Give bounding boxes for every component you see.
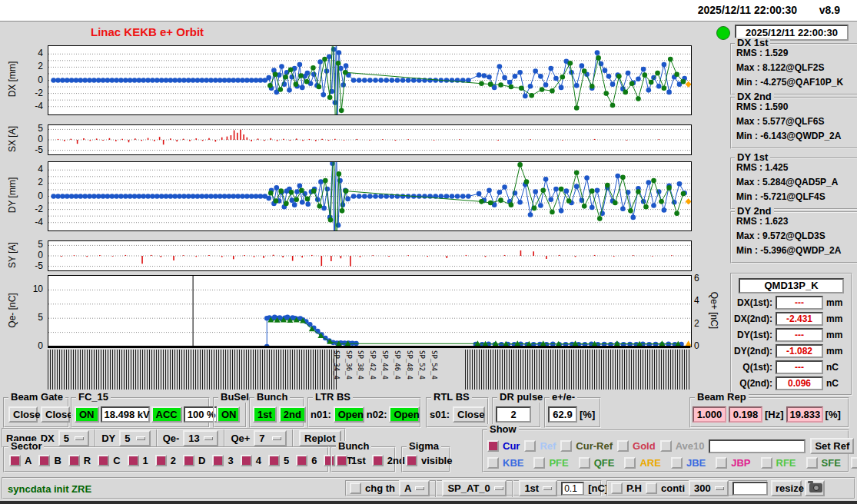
checkbox-icon[interactable] — [38, 455, 50, 466]
busel-on-button[interactable]: ON — [217, 406, 240, 423]
sector-checkbox-d[interactable]: D — [183, 455, 205, 466]
checkbox-icon[interactable] — [487, 440, 499, 452]
max-value: 5.577@QLF6S — [762, 116, 824, 127]
checkbox-icon[interactable] — [646, 482, 657, 494]
threshold-input[interactable] — [561, 482, 584, 496]
monitor-row: Q(1st):---nC — [732, 360, 845, 374]
checkbox-icon[interactable] — [183, 455, 194, 466]
sector-checkbox-a[interactable]: A — [9, 455, 32, 466]
beam-rep-value-3: 19.833 — [786, 406, 823, 423]
set-ref-button[interactable]: Set Ref — [810, 438, 854, 454]
mode-dropdown[interactable]: A — [399, 480, 430, 496]
checkbox-icon[interactable] — [716, 457, 727, 469]
extra-input[interactable] — [732, 482, 768, 496]
show-are-checkbox[interactable]: ARE — [624, 457, 660, 469]
e-ratio-unit: [%] — [580, 409, 595, 420]
checkbox-icon[interactable] — [350, 482, 361, 494]
checkbox-icon[interactable] — [624, 457, 636, 469]
checkbox-icon[interactable] — [851, 457, 857, 469]
checkbox-icon[interactable] — [9, 455, 21, 466]
rtl-s01-close-button[interactable]: Close — [453, 406, 485, 423]
show-jbe-checkbox[interactable]: JBE — [671, 457, 706, 469]
rtl-bs-frame: RTL BS s01: Close — [426, 397, 489, 428]
checkbox-icon[interactable] — [98, 455, 109, 466]
show-qfe-checkbox[interactable]: QFE — [579, 457, 615, 469]
sector-checkbox-4[interactable]: 4 — [241, 455, 261, 466]
checkbox-icon[interactable] — [296, 455, 307, 466]
sector-checkbox-c[interactable]: C — [98, 455, 120, 466]
show-kbe-checkbox[interactable]: KBE — [487, 457, 523, 469]
ph-checkbox[interactable]: P.H — [611, 482, 642, 494]
beam-gate-close-button-2[interactable]: Close — [41, 406, 70, 423]
checkbox-icon[interactable] — [560, 440, 572, 452]
sector-checkbox-6[interactable]: 6 — [296, 455, 317, 466]
checkbox-icon[interactable] — [241, 455, 252, 466]
checkbox-icon[interactable] — [406, 455, 417, 466]
sector-checkbox-b[interactable]: B — [38, 455, 61, 466]
range-qe-minus-dropdown[interactable]: 13 — [183, 430, 218, 446]
checkbox-icon[interactable] — [268, 455, 280, 466]
checkbox-icon[interactable] — [660, 440, 672, 452]
checkbox-icon[interactable] — [617, 440, 629, 452]
checkbox-icon[interactable] — [128, 455, 139, 466]
resize-button[interactable]: resize — [771, 480, 802, 496]
replot-button[interactable]: Replot — [299, 430, 341, 446]
show-gold-checkbox[interactable]: Gold — [617, 440, 656, 452]
checkbox-icon[interactable] — [487, 457, 499, 469]
range-dx-dropdown[interactable]: 5 — [58, 430, 89, 446]
show-cur-checkbox[interactable]: Cur — [487, 440, 520, 452]
show-jbp-checkbox[interactable]: JBP — [716, 457, 750, 469]
conti-checkbox[interactable]: conti — [646, 482, 685, 494]
chg-th-checkbox[interactable]: chg th — [350, 482, 395, 494]
bunch-1st-button[interactable]: 1st — [253, 406, 277, 423]
checkbox-icon[interactable] — [611, 482, 623, 494]
range-qe-plus-dropdown[interactable]: 7 — [254, 430, 286, 446]
checkbox-icon[interactable] — [68, 455, 80, 466]
show-sfe-checkbox[interactable]: SFE — [806, 457, 841, 469]
fc15-on-button[interactable]: ON — [75, 406, 99, 423]
sp-at-dropdown[interactable]: SP_AT_0 — [442, 480, 507, 496]
show-pfe-checkbox[interactable]: PFE — [533, 457, 568, 469]
checkbox-icon[interactable] — [524, 440, 536, 452]
checkbox-icon[interactable] — [372, 455, 384, 466]
checkbox-icon[interactable] — [671, 457, 683, 469]
checkbox-icon[interactable] — [155, 455, 167, 466]
monitor-row: DY(1st):---mm — [732, 328, 845, 342]
rms-value: 1.590 — [765, 101, 788, 112]
x-axis-bar — [48, 346, 690, 348]
checkbox-icon[interactable] — [533, 457, 545, 469]
checkbox-icon[interactable] — [761, 457, 772, 469]
sigma-visible-checkbox[interactable]: visible — [406, 455, 452, 466]
bunch-2nd-button[interactable]: 2nd — [279, 406, 306, 423]
show-ref-checkbox[interactable]: Ref — [524, 440, 556, 452]
ref-name-input[interactable] — [709, 439, 806, 453]
checkbox-icon[interactable] — [212, 455, 224, 466]
range-dy-dropdown[interactable]: 5 — [119, 430, 150, 446]
points-dropdown[interactable]: 300 — [689, 480, 729, 496]
monitor-row: DY(2nd):-1.082mm — [732, 344, 845, 358]
fc15-acc-button[interactable]: ACC — [151, 406, 182, 423]
bunch-dropdown[interactable]: 1st — [519, 480, 557, 496]
stat-box-title: DX 2nd — [735, 91, 774, 102]
sector-checkbox-1[interactable]: 1 — [128, 455, 148, 466]
camera-button[interactable] — [805, 480, 825, 496]
sector-checkbox-5[interactable]: 5 — [268, 455, 289, 466]
ltr-n01-open-button[interactable]: Open — [334, 406, 364, 423]
sector-checkbox-3[interactable]: 3 — [212, 455, 233, 466]
sy-axis-title: SY [A] — [7, 242, 18, 268]
show-ave10-checkbox[interactable]: Ave10 — [660, 440, 705, 452]
beam-gate-close-button-1[interactable]: Close — [8, 406, 38, 423]
sector-checkbox-2[interactable]: 2 — [155, 455, 176, 466]
titlebar-datetime: 2025/12/11 22:00:30 — [698, 4, 797, 16]
bunch-2nd-checkbox[interactable]: 2nd — [372, 455, 405, 466]
show-zre-checkbox[interactable]: ZRE — [851, 457, 857, 469]
bunch-1st-checkbox[interactable]: 1st — [336, 455, 366, 466]
show-rfe-checkbox[interactable]: RFE — [761, 457, 796, 469]
sector-checkbox-r[interactable]: R — [68, 455, 91, 466]
ltr-n02-open-button[interactable]: Open — [389, 406, 420, 423]
checkbox-icon[interactable] — [579, 457, 590, 469]
checkbox-icon[interactable] — [806, 457, 818, 469]
show-cur-ref-checkbox[interactable]: Cur-Ref — [560, 440, 613, 452]
sy-axis-ticks: 50-5 — [23, 240, 45, 270]
checkbox-icon[interactable] — [336, 455, 347, 466]
